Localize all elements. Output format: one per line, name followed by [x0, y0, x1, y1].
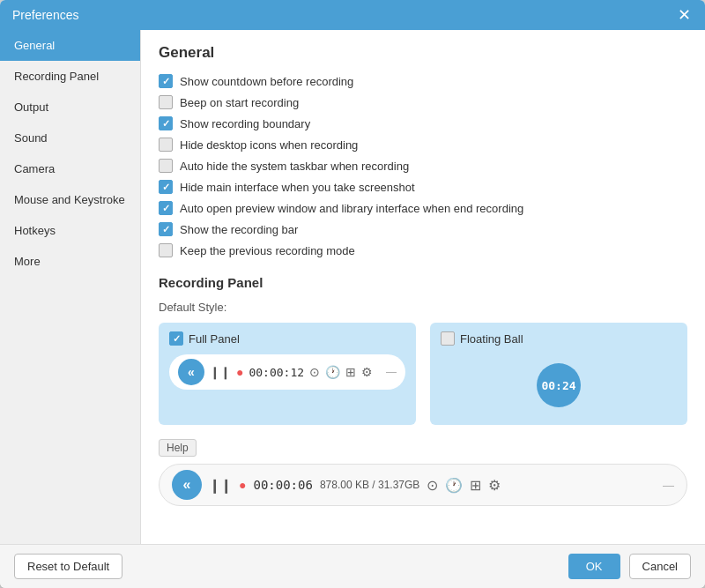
style-card-floating-ball[interactable]: Floating Ball 00:24 — [430, 323, 687, 425]
full-panel-back-button[interactable]: « — [178, 359, 204, 385]
checkbox-label-5: Hide main interface when you take screen… — [180, 181, 415, 194]
checkbox-row-4: Auto hide the system taskbar when record… — [159, 159, 687, 173]
style-card-floating-ball-label: Floating Ball — [460, 332, 523, 346]
sidebar-item-recording-panel[interactable]: Recording Panel — [0, 61, 140, 92]
help-clock-icon: 🕐 — [445, 477, 463, 494]
sidebar-item-sound[interactable]: Sound — [0, 123, 140, 153]
sidebar-item-output[interactable]: Output — [0, 92, 140, 123]
help-size: 878.00 KB / 31.37GB — [320, 479, 419, 491]
subsection-title-recording-panel: Recording Panel — [159, 275, 687, 290]
full-panel-clock-icon: 🕐 — [325, 365, 340, 379]
style-card-full-panel-label: Full Panel — [189, 332, 240, 346]
sidebar-item-general[interactable]: General — [0, 30, 140, 61]
help-back-button[interactable]: « — [172, 470, 202, 500]
sidebar-item-camera[interactable]: Camera — [0, 153, 140, 184]
help-settings-icon: ⚙ — [488, 477, 501, 494]
full-panel-folder-icon: ⊞ — [345, 365, 356, 379]
help-pause-icon: ❙❙ — [209, 477, 232, 494]
style-card-floating-ball-header: Floating Ball — [441, 331, 677, 346]
checkbox-row-1: Beep on start recording — [159, 95, 687, 109]
checkbox-show-recording-bar[interactable] — [159, 222, 173, 236]
checkbox-label-3: Hide desktop icons when recording — [180, 138, 358, 152]
dialog-body: General Recording Panel Output Sound Cam… — [0, 30, 705, 544]
close-button[interactable]: ✕ — [676, 7, 693, 23]
checkbox-label-7: Show the recording bar — [180, 223, 298, 236]
sidebar: General Recording Panel Output Sound Cam… — [0, 30, 141, 544]
sidebar-item-mouse-keystroke[interactable]: Mouse and Keystroke — [0, 184, 140, 215]
checkbox-row-3: Hide desktop icons when recording — [159, 138, 687, 152]
default-style-label: Default Style: — [159, 301, 687, 314]
sidebar-item-more[interactable]: More — [0, 246, 140, 277]
checkbox-label-0: Show countdown before recording — [180, 75, 353, 88]
full-panel-settings-icon: ⚙ — [361, 365, 373, 379]
floating-ball-area: 00:24 — [441, 354, 677, 416]
reset-button[interactable]: Reset to Default — [14, 554, 122, 579]
help-record-icon: ● — [239, 478, 246, 492]
help-bar: « ❙❙ ● 00:00:06 878.00 KB / 31.37GB ⊙ 🕐 … — [159, 464, 687, 506]
checkbox-hide-icons[interactable] — [159, 138, 173, 152]
preferences-dialog: Preferences ✕ General Recording Panel Ou… — [0, 0, 705, 588]
full-panel-pause-icon: ❙❙ — [210, 365, 231, 379]
checkbox-row-0: Show countdown before recording — [159, 74, 687, 88]
checkbox-label-8: Keep the previous recording mode — [180, 244, 355, 257]
help-label: Help — [159, 439, 197, 457]
help-folder-icon: ⊞ — [470, 477, 481, 494]
style-card-full-panel-header: Full Panel — [169, 331, 405, 346]
checkbox-row-7: Show the recording bar — [159, 222, 687, 236]
checkbox-label-2: Show recording boundary — [180, 117, 310, 130]
checkbox-auto-open-preview[interactable] — [159, 201, 173, 215]
style-card-floating-ball-checkbox[interactable] — [441, 331, 455, 346]
checkbox-show-boundary[interactable] — [159, 116, 173, 130]
full-panel-camera-icon: ⊙ — [309, 365, 320, 379]
section-title: General — [159, 44, 687, 62]
footer-right: OK Cancel — [568, 554, 691, 579]
checkbox-label-6: Auto open preview window and library int… — [180, 202, 523, 215]
full-panel-bar: « ❙❙ ● 00:00:12 ⊙ 🕐 ⊞ ⚙ — — [169, 354, 405, 390]
checkbox-row-6: Auto open preview window and library int… — [159, 201, 687, 215]
dialog-title: Preferences — [12, 8, 78, 22]
style-card-full-panel-checkbox[interactable] — [169, 331, 183, 346]
checkbox-row-5: Hide main interface when you take screen… — [159, 180, 687, 194]
checkbox-keep-previous-mode[interactable] — [159, 243, 173, 257]
help-minimize-icon: — — [663, 479, 674, 492]
checkbox-label-1: Beep on start recording — [180, 96, 299, 109]
floating-ball-circle: 00:24 — [537, 363, 581, 407]
sidebar-item-hotkeys[interactable]: Hotkeys — [0, 215, 140, 246]
style-card-full-panel[interactable]: Full Panel « ❙❙ ● 00:00:12 ⊙ 🕐 ⊞ ⚙ — — [159, 323, 416, 425]
checkbox-hide-main-interface[interactable] — [159, 180, 173, 194]
footer: Reset to Default OK Cancel — [0, 544, 705, 588]
checkbox-label-4: Auto hide the system taskbar when record… — [180, 160, 409, 173]
title-bar: Preferences ✕ — [0, 0, 705, 30]
style-cards: Full Panel « ❙❙ ● 00:00:12 ⊙ 🕐 ⊞ ⚙ — — [159, 323, 687, 425]
help-time: 00:00:06 — [253, 478, 312, 492]
ok-button[interactable]: OK — [568, 554, 620, 579]
checkbox-row-2: Show recording boundary — [159, 116, 687, 130]
help-section: Help « ❙❙ ● 00:00:06 878.00 KB / 31.37GB… — [159, 439, 687, 506]
cancel-button[interactable]: Cancel — [629, 554, 691, 579]
main-content: General Show countdown before recording … — [141, 30, 705, 544]
checkbox-autohide-taskbar[interactable] — [159, 159, 173, 173]
help-camera-icon: ⊙ — [427, 477, 438, 494]
checkbox-show-countdown[interactable] — [159, 74, 173, 88]
checkbox-row-8: Keep the previous recording mode — [159, 243, 687, 257]
full-panel-minimize-icon: — — [386, 366, 397, 378]
full-panel-time: 00:00:12 — [249, 366, 304, 379]
checkbox-beep-start[interactable] — [159, 95, 173, 109]
full-panel-record-icon: ● — [236, 365, 243, 379]
